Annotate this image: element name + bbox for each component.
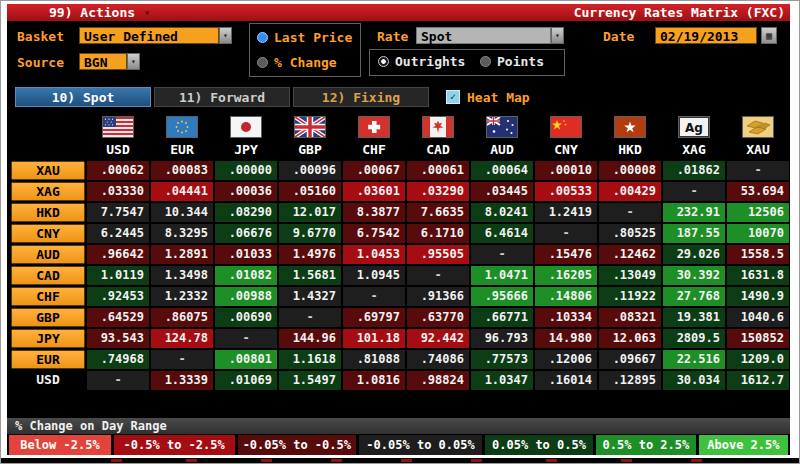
cell-cny-xau[interactable]: 10070 [727, 224, 789, 243]
cell-chf-cad[interactable]: .91366 [407, 287, 469, 306]
cell-usd-aud[interactable]: 1.0347 [471, 371, 533, 390]
cell-cad-hkd[interactable]: .13049 [599, 266, 661, 285]
radio-outrights[interactable]: Outrights [378, 54, 465, 69]
cell-cny-jpy[interactable]: .06676 [215, 224, 277, 243]
cell-cny-gbp[interactable]: 9.6770 [279, 224, 341, 243]
cell-hkd-aud[interactable]: 8.0241 [471, 203, 533, 222]
cell-gbp-xag[interactable]: 19.381 [663, 308, 725, 327]
cell-usd-usd[interactable]: - [87, 371, 149, 390]
cell-xau-xau[interactable]: - [727, 161, 789, 180]
cell-jpy-usd[interactable]: 93.543 [87, 329, 149, 348]
heat-map-checkbox[interactable]: ✓ [446, 90, 460, 104]
cell-xag-cny[interactable]: .00533 [535, 182, 597, 201]
row-label-hkd[interactable]: HKD [11, 203, 85, 222]
cell-xau-hkd[interactable]: .00008 [599, 161, 661, 180]
cell-jpy-gbp[interactable]: 144.96 [279, 329, 341, 348]
cell-jpy-xag[interactable]: 2809.5 [663, 329, 725, 348]
cell-gbp-chf[interactable]: .69797 [343, 308, 405, 327]
cell-eur-eur[interactable]: - [151, 350, 213, 369]
cell-cad-cny[interactable]: .16205 [535, 266, 597, 285]
cell-cny-aud[interactable]: 6.4614 [471, 224, 533, 243]
cell-chf-cny[interactable]: .14806 [535, 287, 597, 306]
cell-jpy-xau[interactable]: 150852 [727, 329, 789, 348]
cell-jpy-aud[interactable]: 96.793 [471, 329, 533, 348]
cell-gbp-xau[interactable]: 1040.6 [727, 308, 789, 327]
cell-xau-xag[interactable]: .01862 [663, 161, 725, 180]
cell-chf-hkd[interactable]: .11922 [599, 287, 661, 306]
cell-usd-hkd[interactable]: .12895 [599, 371, 661, 390]
cell-aud-hkd[interactable]: .12462 [599, 245, 661, 264]
radio-percent-change[interactable]: % Change [257, 55, 337, 70]
cell-jpy-eur[interactable]: 124.78 [151, 329, 213, 348]
cell-usd-cny[interactable]: .16014 [535, 371, 597, 390]
cell-jpy-jpy[interactable]: - [215, 329, 277, 348]
cell-cny-eur[interactable]: 8.3295 [151, 224, 213, 243]
cell-jpy-cny[interactable]: 14.980 [535, 329, 597, 348]
cell-eur-chf[interactable]: .81088 [343, 350, 405, 369]
cell-hkd-gbp[interactable]: 12.017 [279, 203, 341, 222]
cell-jpy-chf[interactable]: 101.18 [343, 329, 405, 348]
cell-xag-chf[interactable]: .03601 [343, 182, 405, 201]
row-label-gbp[interactable]: GBP [11, 308, 85, 327]
calendar-icon[interactable]: ▦ [761, 27, 777, 44]
row-label-cad[interactable]: CAD [11, 266, 85, 285]
actions-menu[interactable]: 99) Actions ▾ [49, 5, 150, 20]
radio-last-price[interactable]: Last Price [257, 30, 352, 45]
cell-xau-cad[interactable]: .00061 [407, 161, 469, 180]
source-dropdown-icon[interactable]: ▾ [127, 53, 140, 70]
cell-cad-chf[interactable]: 1.0945 [343, 266, 405, 285]
cell-eur-xag[interactable]: 22.516 [663, 350, 725, 369]
cell-hkd-usd[interactable]: 7.7547 [87, 203, 149, 222]
cell-eur-aud[interactable]: .77573 [471, 350, 533, 369]
cell-cad-gbp[interactable]: 1.5681 [279, 266, 341, 285]
cell-aud-xau[interactable]: 1558.5 [727, 245, 789, 264]
cell-xau-aud[interactable]: .00064 [471, 161, 533, 180]
row-label-aud[interactable]: AUD [11, 245, 85, 264]
cell-eur-cad[interactable]: .74086 [407, 350, 469, 369]
cell-cny-cad[interactable]: 6.1710 [407, 224, 469, 243]
cell-hkd-jpy[interactable]: .08290 [215, 203, 277, 222]
cell-eur-xau[interactable]: 1209.0 [727, 350, 789, 369]
cell-usd-gbp[interactable]: 1.5497 [279, 371, 341, 390]
row-label-chf[interactable]: CHF [11, 287, 85, 306]
cell-xau-cny[interactable]: .00010 [535, 161, 597, 180]
cell-gbp-eur[interactable]: .86075 [151, 308, 213, 327]
cell-aud-cny[interactable]: .15476 [535, 245, 597, 264]
rate-dropdown-icon[interactable]: ▾ [551, 27, 564, 44]
date-input[interactable]: 02/19/2013 [655, 27, 757, 44]
cell-xag-jpy[interactable]: .00036 [215, 182, 277, 201]
cell-hkd-cad[interactable]: 7.6635 [407, 203, 469, 222]
cell-xau-jpy[interactable]: .00000 [215, 161, 277, 180]
cell-gbp-cny[interactable]: .10334 [535, 308, 597, 327]
cell-gbp-hkd[interactable]: .08321 [599, 308, 661, 327]
source-select[interactable]: BGN [79, 53, 127, 70]
cell-aud-cad[interactable]: .95505 [407, 245, 469, 264]
cell-chf-usd[interactable]: .92453 [87, 287, 149, 306]
cell-cad-jpy[interactable]: .01082 [215, 266, 277, 285]
cell-gbp-aud[interactable]: .66771 [471, 308, 533, 327]
row-label-eur[interactable]: EUR [11, 350, 85, 369]
cell-aud-jpy[interactable]: .01033 [215, 245, 277, 264]
cell-xag-xag[interactable]: - [663, 182, 725, 201]
cell-gbp-usd[interactable]: .64529 [87, 308, 149, 327]
cell-usd-cad[interactable]: .98824 [407, 371, 469, 390]
cell-gbp-jpy[interactable]: .00690 [215, 308, 277, 327]
cell-xau-eur[interactable]: .00083 [151, 161, 213, 180]
cell-xag-aud[interactable]: .03445 [471, 182, 533, 201]
cell-gbp-gbp[interactable]: - [279, 308, 341, 327]
cell-aud-chf[interactable]: 1.0453 [343, 245, 405, 264]
cell-aud-aud[interactable]: - [471, 245, 533, 264]
tab-forward[interactable]: 11) Forward [154, 87, 290, 107]
cell-hkd-xau[interactable]: 12506 [727, 203, 789, 222]
cell-aud-usd[interactable]: .96642 [87, 245, 149, 264]
cell-hkd-chf[interactable]: 8.3877 [343, 203, 405, 222]
cell-chf-aud[interactable]: .95666 [471, 287, 533, 306]
row-label-cny[interactable]: CNY [11, 224, 85, 243]
cell-chf-xau[interactable]: 1490.9 [727, 287, 789, 306]
cell-chf-chf[interactable]: - [343, 287, 405, 306]
cell-chf-xag[interactable]: 27.768 [663, 287, 725, 306]
cell-hkd-xag[interactable]: 232.91 [663, 203, 725, 222]
cell-cad-xau[interactable]: 1631.8 [727, 266, 789, 285]
cell-usd-xau[interactable]: 1612.7 [727, 371, 789, 390]
rate-select[interactable]: Spot [416, 27, 551, 44]
